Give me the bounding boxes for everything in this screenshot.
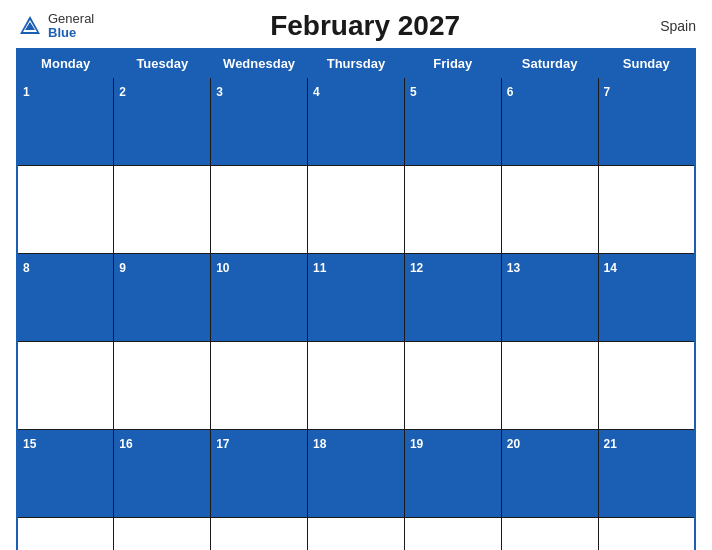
- day-14: 14: [598, 254, 695, 342]
- cell-3-sun: [598, 518, 695, 551]
- generalblue-logo-icon: [16, 12, 44, 40]
- days-header-row: Monday Tuesday Wednesday Thursday Friday…: [17, 49, 695, 78]
- day-15: 15: [17, 430, 114, 518]
- day-9: 9: [114, 254, 211, 342]
- week-1-header: 1 2 3 4 5 6 7: [17, 78, 695, 166]
- day-8: 8: [17, 254, 114, 342]
- cell-2-fri: [404, 342, 501, 430]
- day-18: 18: [308, 430, 405, 518]
- day-7: 7: [598, 78, 695, 166]
- week-3-header: 15 16 17 18 19 20 21: [17, 430, 695, 518]
- cell-1-sat: [501, 166, 598, 254]
- week-2-header: 8 9 10 11 12 13 14: [17, 254, 695, 342]
- calendar-table: Monday Tuesday Wednesday Thursday Friday…: [16, 48, 696, 550]
- cell-1-fri: [404, 166, 501, 254]
- col-tuesday: Tuesday: [114, 49, 211, 78]
- col-wednesday: Wednesday: [211, 49, 308, 78]
- cell-2-tue: [114, 342, 211, 430]
- page-header: General Blue February 2027 Spain: [16, 10, 696, 42]
- cell-1-tue: [114, 166, 211, 254]
- logo: General Blue: [16, 12, 94, 41]
- logo-blue: Blue: [48, 26, 94, 40]
- day-17: 17: [211, 430, 308, 518]
- cell-3-sat: [501, 518, 598, 551]
- logo-text: General Blue: [48, 12, 94, 41]
- cell-1-thu: [308, 166, 405, 254]
- country-label: Spain: [636, 18, 696, 34]
- cell-1-sun: [598, 166, 695, 254]
- cell-2-wed: [211, 342, 308, 430]
- cell-3-thu: [308, 518, 405, 551]
- day-6: 6: [501, 78, 598, 166]
- cell-2-sat: [501, 342, 598, 430]
- week-3-content: [17, 518, 695, 551]
- cell-3-fri: [404, 518, 501, 551]
- cell-2-mon: [17, 342, 114, 430]
- col-thursday: Thursday: [308, 49, 405, 78]
- day-11: 11: [308, 254, 405, 342]
- day-12: 12: [404, 254, 501, 342]
- day-16: 16: [114, 430, 211, 518]
- cell-2-sun: [598, 342, 695, 430]
- col-sunday: Sunday: [598, 49, 695, 78]
- cell-3-mon: [17, 518, 114, 551]
- day-10: 10: [211, 254, 308, 342]
- cell-2-thu: [308, 342, 405, 430]
- day-19: 19: [404, 430, 501, 518]
- cell-3-tue: [114, 518, 211, 551]
- week-1-content: [17, 166, 695, 254]
- day-2: 2: [114, 78, 211, 166]
- day-1: 1: [17, 78, 114, 166]
- day-5: 5: [404, 78, 501, 166]
- col-monday: Monday: [17, 49, 114, 78]
- col-saturday: Saturday: [501, 49, 598, 78]
- cell-1-mon: [17, 166, 114, 254]
- logo-general: General: [48, 12, 94, 26]
- day-3: 3: [211, 78, 308, 166]
- day-13: 13: [501, 254, 598, 342]
- day-4: 4: [308, 78, 405, 166]
- col-friday: Friday: [404, 49, 501, 78]
- day-20: 20: [501, 430, 598, 518]
- cell-3-wed: [211, 518, 308, 551]
- day-21: 21: [598, 430, 695, 518]
- week-2-content: [17, 342, 695, 430]
- calendar-title: February 2027: [94, 10, 636, 42]
- cell-1-wed: [211, 166, 308, 254]
